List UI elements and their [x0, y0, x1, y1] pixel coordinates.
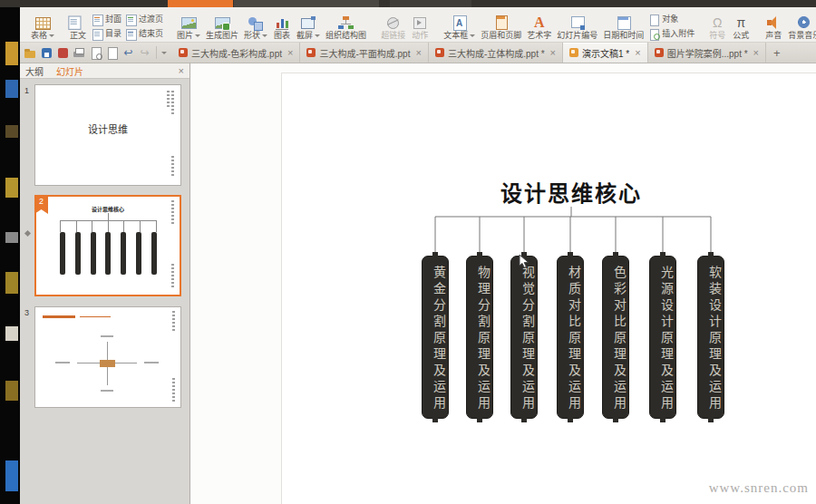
- diagram-bar-text: 软装设计原理及运用: [698, 262, 724, 416]
- print-icon[interactable]: [73, 46, 86, 60]
- ribbon-label: 图片: [177, 31, 193, 41]
- ribbon-slide-number-button[interactable]: 幻灯片编号: [554, 9, 600, 42]
- desktop-icon-fragment: [5, 460, 18, 491]
- ribbon-cover-button[interactable]: 封面: [90, 12, 123, 26]
- diagram-bar[interactable]: 视觉分割原理及运用: [510, 256, 538, 419]
- ribbon-wordart-button[interactable]: A 艺术字: [524, 9, 554, 42]
- ribbon-datetime-button[interactable]: 日期和时间: [600, 9, 646, 42]
- redo-icon[interactable]: ↪: [138, 46, 151, 60]
- chevron-down-icon[interactable]: [161, 52, 167, 57]
- desktop-icon-fragment: [5, 80, 18, 98]
- diagram-bar[interactable]: 物理分割原理及运用: [466, 256, 493, 419]
- ribbon-header-footer-button[interactable]: 页眉和页脚: [478, 9, 524, 42]
- ribbon-attach-file-button[interactable]: 插入附件: [646, 26, 696, 41]
- ribbon-symbol-button[interactable]: Ω 符号: [705, 9, 729, 42]
- micro-text: [167, 91, 170, 107]
- close-icon[interactable]: ×: [635, 47, 640, 58]
- diagram-bar[interactable]: 材质对比原理及运用: [557, 256, 584, 419]
- micro-text: [55, 362, 70, 363]
- ribbon-screenshot-button[interactable]: 截屏: [294, 9, 323, 42]
- document-tab-2[interactable]: 三大构成-平面构成.ppt ×: [300, 43, 428, 63]
- diagram-bar[interactable]: 软装设计原理及运用: [697, 256, 724, 419]
- slide-thumbnail-2-selected[interactable]: 2 设计思维核心: [34, 195, 181, 296]
- ppt-file-icon: [306, 48, 316, 57]
- document-tab-title: 演示文稿1 *: [582, 46, 629, 60]
- desktop-icon-fragment: [5, 232, 18, 243]
- tab-outline[interactable]: 大纲: [25, 64, 44, 78]
- ribbon-textbox-button[interactable]: A 文本框: [441, 9, 478, 42]
- textbox-icon: A: [451, 15, 469, 31]
- ppt-file-icon: [655, 48, 664, 57]
- quick-access-toolbar: ↩ ↪: [20, 43, 172, 63]
- action-icon: [411, 15, 429, 31]
- thumb-slide-title: 设计思维: [35, 121, 180, 136]
- new-tab-button[interactable]: +: [766, 43, 788, 63]
- close-icon[interactable]: ×: [753, 47, 759, 58]
- diagram-bar[interactable]: 黄金分割原理及运用: [422, 256, 449, 419]
- mouse-cursor: [519, 254, 530, 269]
- tab-slides[interactable]: 幻灯片: [56, 64, 83, 78]
- slide-editing-area[interactable]: 设计思维核心 黄金分割原理及运用 物理分割原理及运用 视觉分割原理及运用: [190, 63, 816, 504]
- ribbon-label: 文本框: [443, 31, 468, 41]
- ribbon-end-page-button[interactable]: 结束页: [123, 26, 165, 41]
- mini-connector: [60, 220, 157, 232]
- ribbon-action-button[interactable]: 动作: [408, 9, 432, 42]
- desktop-icon-fragment: [5, 42, 18, 65]
- micro-text: [171, 264, 174, 289]
- ribbon-object-button[interactable]: 对象: [646, 12, 696, 26]
- ribbon-chart-button[interactable]: 图表: [270, 9, 294, 42]
- ribbon-label: 生成图片: [206, 31, 238, 41]
- ribbon-sound-button[interactable]: 声音: [762, 9, 785, 42]
- diagram-bar[interactable]: 色彩对比原理及运用: [602, 256, 629, 419]
- ribbon-label: 背景音乐: [788, 31, 816, 41]
- slide-thumbnail-3[interactable]: [34, 306, 181, 408]
- ribbon-bodytext-button[interactable]: 正文: [66, 9, 90, 42]
- end-page-icon: [125, 28, 137, 40]
- micro-text: [171, 91, 174, 114]
- document-tab-title: 图片学院案例...ppt *: [667, 46, 748, 60]
- ribbon-toc-button[interactable]: 目录: [90, 26, 123, 41]
- ribbon-formula-button[interactable]: π 公式: [729, 9, 753, 42]
- screenshot-icon: [299, 15, 317, 31]
- document-tab-4-active[interactable]: 演示文稿1 * ×: [563, 43, 648, 63]
- close-icon[interactable]: ×: [550, 47, 556, 58]
- document-tab-1[interactable]: 三大构成-色彩构成.ppt ×: [172, 43, 300, 63]
- mini-connector: [108, 213, 109, 220]
- chevron-down-icon: [470, 34, 475, 40]
- ribbon-hyperlink-button[interactable]: 超链接: [378, 9, 408, 42]
- ribbon-org-chart-button[interactable]: 组织结构图: [323, 9, 369, 42]
- ribbon-picture-button[interactable]: 图片: [174, 9, 203, 42]
- document-tab-5[interactable]: 图片学院案例...ppt * ×: [648, 43, 766, 63]
- export-pdf-icon[interactable]: [56, 46, 70, 60]
- ribbon-label: 结束页: [139, 29, 163, 39]
- print-preview-icon[interactable]: [89, 46, 102, 60]
- picture-icon: [180, 15, 198, 31]
- close-icon[interactable]: ×: [415, 47, 421, 58]
- open-folder-icon[interactable]: [24, 46, 37, 60]
- ribbon-shapes-button[interactable]: 形状: [241, 9, 270, 42]
- slide-thumbnail-1[interactable]: 设计思维: [34, 84, 181, 186]
- diagram-bar[interactable]: 光源设计原理及运用: [649, 256, 676, 419]
- ribbon-background-music-button[interactable]: 背景音乐: [785, 9, 816, 42]
- micro-text: [171, 200, 174, 224]
- save-icon[interactable]: [40, 46, 53, 60]
- ribbon-label: 形状: [244, 31, 260, 41]
- panel-close-icon[interactable]: ×: [179, 65, 184, 76]
- chevron-down-icon: [262, 34, 267, 40]
- desktop-icon-fragment: [5, 178, 18, 198]
- document-tab-title: 三大构成-色彩构成.ppt: [191, 46, 282, 60]
- ribbon-table-button[interactable]: 表格: [28, 9, 57, 42]
- make-picture-icon: [213, 15, 231, 31]
- ribbon-label: 表格: [31, 31, 47, 41]
- undo-icon[interactable]: ↩: [121, 46, 135, 60]
- ribbon-make-picture-button[interactable]: 生成图片: [203, 9, 241, 42]
- diagram-bar-text: 物理分割原理及运用: [467, 262, 492, 416]
- micro-title: [43, 315, 75, 318]
- ribbon-transition-page-button[interactable]: 过渡页: [123, 12, 165, 26]
- document-tab-3[interactable]: 三大构成-立体构成.ppt * ×: [429, 43, 563, 63]
- thumb-slide-title: 设计思维核心: [36, 205, 180, 213]
- close-icon[interactable]: ×: [287, 47, 293, 58]
- slide-number: 3: [24, 308, 29, 317]
- date-time-icon: [615, 15, 633, 31]
- new-document-icon[interactable]: [105, 46, 119, 60]
